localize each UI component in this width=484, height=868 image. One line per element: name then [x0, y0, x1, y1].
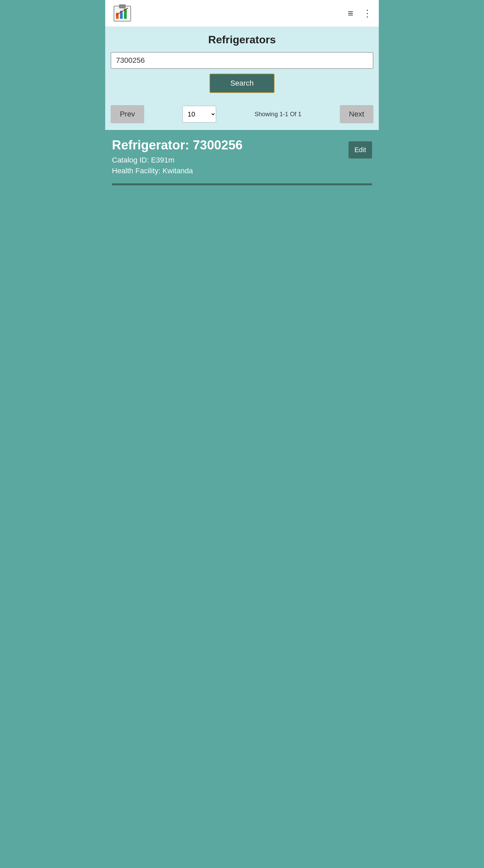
page-title: Refrigerators — [111, 34, 373, 46]
next-button[interactable]: Next — [340, 105, 373, 123]
results-section: Refrigerator: 7300256 Catalog ID: E391m … — [105, 130, 379, 192]
result-refrigerator-label: Refrigerator: — [112, 138, 189, 152]
result-catalog: Catalog ID: E391m — [112, 156, 372, 164]
app-header: ≡ ⋮ — [105, 0, 379, 27]
result-card: Refrigerator: 7300256 Catalog ID: E391m … — [112, 138, 372, 185]
header-actions: ≡ ⋮ — [346, 6, 373, 20]
per-page-select[interactable]: 10 25 50 100 — [182, 106, 216, 123]
app-logo — [111, 3, 134, 23]
edit-button[interactable]: Edit — [348, 142, 372, 158]
result-title: Refrigerator: 7300256 — [112, 138, 372, 152]
prev-button[interactable]: Prev — [111, 105, 144, 123]
logo-container — [111, 3, 134, 24]
result-facility: Health Facility: Kwitanda — [112, 166, 372, 175]
result-refrigerator-id: 7300256 — [193, 138, 243, 152]
showing-text: Showing 1-1 Of 1 — [255, 111, 302, 118]
search-input[interactable] — [116, 56, 368, 65]
search-section: Refrigerators Search — [105, 27, 379, 101]
menu-button[interactable]: ⋮ — [361, 6, 373, 20]
facility-label: Health Facility: — [112, 166, 160, 175]
catalog-id: E391m — [151, 156, 174, 164]
search-input-wrapper — [111, 52, 373, 69]
card-divider — [112, 183, 372, 185]
pagination-row: Prev 10 25 50 100 Showing 1-1 Of 1 Next — [105, 101, 379, 130]
catalog-label: Catalog ID: — [112, 156, 149, 164]
facility-name: Kwitanda — [162, 166, 193, 175]
filter-button[interactable]: ≡ — [346, 7, 354, 20]
svg-rect-1 — [119, 4, 126, 8]
search-button[interactable]: Search — [209, 73, 275, 93]
